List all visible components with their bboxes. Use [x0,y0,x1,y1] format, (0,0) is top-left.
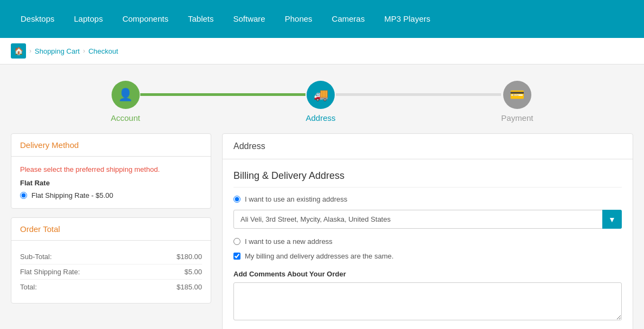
step-address-label: Address [305,113,335,122]
order-row: Total:$185.00 [20,280,202,294]
delivery-method-body: Please select the preferred shipping met… [11,157,211,208]
step-line-1 [140,93,306,96]
order-row-value: $5.00 [184,268,202,276]
step-line-2 [336,93,502,96]
address-panel-header: Address [223,134,633,159]
breadcrumb-shopping-cart[interactable]: Shopping Cart [35,47,80,55]
new-address-radio[interactable] [233,238,240,245]
address-panel-body: Billing & Delivery Address I want to use… [223,159,633,329]
order-row-value: $180.00 [177,253,202,261]
nav-item-phones[interactable]: Phones [275,0,322,38]
step-account-circle: 👤 [112,81,140,109]
sep2: › [83,47,85,55]
order-row-label: Flat Shipping Rate: [20,268,80,276]
right-panel: Address Billing & Delivery Address I wan… [222,133,633,329]
existing-address-option[interactable]: I want to use an existing address [233,195,622,203]
left-panel: Delivery Method Please select the prefer… [11,133,211,312]
nav-item-components[interactable]: Components [113,0,178,38]
order-total-title: Order Total [11,218,211,241]
flat-rate-label: Flat Rate [20,179,202,187]
order-row: Sub-Total:$180.00 [20,249,202,265]
step-payment: 💳 Payment [501,81,533,122]
order-row-label: Sub-Total: [20,253,52,261]
flat-rate-option-label: Flat Shipping Rate - $5.00 [31,191,113,199]
address-select[interactable]: Ali Veli, 3rd Street, Mycity, Alaska, Un… [233,210,622,229]
order-row: Flat Shipping Rate:$5.00 [20,265,202,280]
nav-item-tablets[interactable]: Tablets [178,0,224,38]
comments-label: Add Comments About Your Order [233,270,622,278]
delivery-method-box: Delivery Method Please select the prefer… [11,133,211,209]
nav-item-laptops[interactable]: Laptops [64,0,113,38]
order-total-box: Order Total Sub-Total:$180.00Flat Shippi… [11,217,211,304]
address-select-wrapper[interactable]: Ali Veli, 3rd Street, Mycity, Alaska, Un… [233,210,622,229]
existing-address-label: I want to use an existing address [245,195,347,203]
existing-address-radio[interactable] [233,196,240,203]
nav-item-cameras[interactable]: Cameras [322,0,375,38]
nav-item-desktops[interactable]: Desktops [11,0,64,38]
delivery-method-title: Delivery Method [11,134,211,157]
flat-rate-radio[interactable] [20,192,27,199]
same-address-label: My billing and delivery addresses are th… [245,252,394,260]
top-nav: DesktopsLaptopsComponentsTabletsSoftware… [0,0,644,38]
breadcrumb-checkout[interactable]: Checkout [88,47,118,55]
same-address-checkbox[interactable] [233,253,240,260]
order-row-value: $185.00 [177,283,202,291]
comments-textarea[interactable] [233,282,622,320]
shipping-note: Please select the preferred shipping met… [20,165,202,173]
step-address: 🚚 Address [305,81,335,122]
step-account: 👤 Account [111,81,140,122]
new-address-label: I want to use a new address [245,237,333,246]
same-address-checkbox-row[interactable]: My billing and delivery addresses are th… [233,252,622,260]
nav-item-mp3players[interactable]: MP3 Players [374,0,440,38]
sep1: › [29,47,31,55]
step-payment-label: Payment [501,113,533,122]
order-row-label: Total: [20,283,37,291]
new-address-option[interactable]: I want to use a new address [233,237,622,246]
nav-item-software[interactable]: Software [224,0,275,38]
breadcrumb-bar: 🏠 › Shopping Cart › Checkout [0,38,644,64]
home-icon[interactable]: 🏠 [11,43,26,59]
step-address-circle: 🚚 [307,81,335,109]
step-payment-circle: 💳 [503,81,531,109]
progress-steps: 👤 Account 🚚 Address 💳 Payment [0,64,644,133]
flat-rate-option[interactable]: Flat Shipping Rate - $5.00 [20,191,202,199]
step-account-label: Account [111,113,140,122]
order-total-body: Sub-Total:$180.00Flat Shipping Rate:$5.0… [11,241,211,303]
main-content: Delivery Method Please select the prefer… [0,133,644,329]
billing-delivery-title: Billing & Delivery Address [233,170,622,188]
